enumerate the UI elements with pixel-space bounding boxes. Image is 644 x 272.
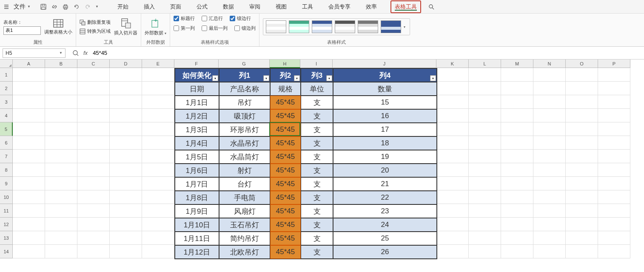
- table-cell[interactable]: 45*45: [270, 164, 301, 177]
- cell[interactable]: [142, 122, 174, 136]
- cell[interactable]: [142, 245, 174, 258]
- cell[interactable]: [566, 95, 598, 109]
- menu-tab-表格工具[interactable]: 表格工具: [390, 0, 421, 13]
- menu-tab-效率[interactable]: 效率: [364, 0, 379, 13]
- cell[interactable]: [45, 177, 77, 190]
- col-header-G[interactable]: G: [219, 60, 270, 68]
- cell[interactable]: [598, 231, 630, 245]
- table-cell[interactable]: 45*45: [270, 191, 301, 204]
- table-cell[interactable]: 环形吊灯: [219, 123, 270, 136]
- table-cell[interactable]: 45*45: [270, 218, 301, 232]
- cell[interactable]: [110, 218, 142, 231]
- cell[interactable]: [469, 163, 501, 177]
- cell[interactable]: [110, 190, 142, 204]
- table-cell[interactable]: 1月9日: [175, 204, 219, 218]
- cell[interactable]: [469, 218, 501, 231]
- cell[interactable]: [142, 82, 174, 95]
- menu-tab-审阅[interactable]: 审阅: [248, 0, 262, 13]
- cell[interactable]: [533, 218, 566, 231]
- cell[interactable]: [501, 245, 533, 258]
- cell[interactable]: [45, 109, 77, 122]
- cell[interactable]: [77, 109, 110, 122]
- cell[interactable]: [77, 136, 110, 150]
- cell[interactable]: [45, 150, 77, 163]
- row-header-13[interactable]: 13: [0, 231, 13, 245]
- style-gallery[interactable]: ▾: [263, 18, 410, 35]
- table-cell[interactable]: 45*45: [270, 109, 301, 123]
- row-header-8[interactable]: 8: [0, 163, 13, 177]
- table-cell[interactable]: 台灯: [219, 177, 270, 191]
- cell[interactable]: [13, 204, 45, 218]
- cell[interactable]: [436, 122, 469, 136]
- cell[interactable]: [436, 190, 469, 204]
- cell[interactable]: [469, 109, 501, 122]
- cell[interactable]: [566, 245, 598, 258]
- table-cell[interactable]: 45*45: [270, 123, 301, 136]
- cell[interactable]: [501, 163, 533, 177]
- convert-to-range-button[interactable]: 转换为区域: [80, 28, 111, 34]
- table-cell[interactable]: 1月7日: [175, 177, 219, 191]
- row-header-14[interactable]: 14: [0, 245, 13, 258]
- cell[interactable]: [436, 82, 469, 95]
- table-cell[interactable]: 支: [301, 136, 333, 150]
- print-icon[interactable]: [62, 3, 69, 10]
- table-cell[interactable]: 1月10日: [175, 218, 219, 232]
- table-header2[interactable]: 单位: [301, 82, 333, 96]
- cell[interactable]: [45, 245, 77, 258]
- col-header-K[interactable]: K: [436, 60, 469, 68]
- row-header-6[interactable]: 6: [0, 136, 13, 150]
- cell[interactable]: [142, 95, 174, 109]
- cell[interactable]: [501, 136, 533, 150]
- table-cell[interactable]: 25: [333, 232, 437, 245]
- cell[interactable]: [469, 204, 501, 218]
- row-header-3[interactable]: 3: [0, 95, 13, 109]
- cell[interactable]: [45, 122, 77, 136]
- cell[interactable]: [533, 82, 566, 95]
- table-cell[interactable]: 射灯: [219, 164, 270, 177]
- table-cell[interactable]: 支: [301, 245, 333, 259]
- table-cell[interactable]: 45*45: [270, 245, 301, 259]
- filter-button[interactable]: ▼: [294, 75, 300, 81]
- cell[interactable]: [436, 204, 469, 218]
- cell[interactable]: [110, 177, 142, 190]
- col-header-M[interactable]: M: [501, 60, 533, 68]
- cell[interactable]: [501, 109, 533, 122]
- cell[interactable]: [142, 109, 174, 122]
- cell[interactable]: [110, 136, 142, 150]
- table-header1[interactable]: 列4▼: [333, 68, 437, 82]
- cell[interactable]: [142, 177, 174, 190]
- cell[interactable]: [533, 177, 566, 190]
- table-cell[interactable]: 21: [333, 177, 437, 191]
- menu-tab-公式[interactable]: 公式: [195, 0, 209, 13]
- cell[interactable]: [501, 204, 533, 218]
- cell[interactable]: [436, 109, 469, 122]
- table-cell[interactable]: 吸顶灯: [219, 109, 270, 123]
- cell[interactable]: [566, 68, 598, 82]
- cell[interactable]: [13, 68, 45, 82]
- menu-tab-视图[interactable]: 视图: [274, 0, 288, 13]
- fx-icon[interactable]: fx: [83, 50, 88, 56]
- zoom-icon[interactable]: [72, 50, 79, 57]
- table-cell[interactable]: 简约吊灯: [219, 232, 270, 245]
- table-header2[interactable]: 数量: [333, 82, 437, 96]
- style-thumb-4[interactable]: [335, 20, 355, 33]
- cell[interactable]: [469, 190, 501, 204]
- cell[interactable]: [77, 231, 110, 245]
- row-header-9[interactable]: 9: [0, 177, 13, 190]
- cell[interactable]: [501, 177, 533, 190]
- cell[interactable]: [598, 218, 630, 231]
- row-header-2[interactable]: 2: [0, 82, 13, 95]
- cell[interactable]: [598, 204, 630, 218]
- col-header-B[interactable]: B: [45, 60, 77, 68]
- cell[interactable]: [566, 231, 598, 245]
- cell[interactable]: [142, 190, 174, 204]
- table-cell[interactable]: 吊灯: [219, 96, 270, 109]
- cell[interactable]: [566, 163, 598, 177]
- cell[interactable]: [77, 163, 110, 177]
- cell[interactable]: [142, 231, 174, 245]
- table-cell[interactable]: 支: [301, 96, 333, 109]
- table-cell[interactable]: 手电筒: [219, 191, 270, 204]
- cell[interactable]: [13, 163, 45, 177]
- table-cell[interactable]: 1月4日: [175, 136, 219, 150]
- table-cell[interactable]: 45*45: [270, 150, 301, 164]
